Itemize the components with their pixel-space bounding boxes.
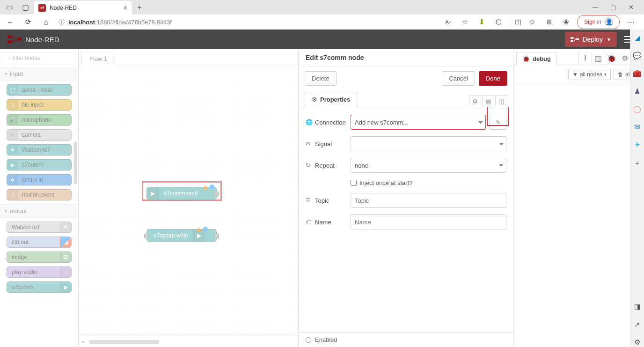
home-button[interactable]: ⌂: [39, 15, 52, 29]
palette-node-alexa[interactable]: ◯alexa - local: [7, 84, 72, 96]
sidebar-settings-icon[interactable]: ⚙: [633, 338, 642, 347]
palette-node-image-out[interactable]: image🖼: [7, 251, 72, 263]
window-close-icon[interactable]: ✕: [626, 4, 636, 11]
inject-once-checkbox-label[interactable]: Inject once at start?: [351, 179, 412, 186]
sidebar-share-icon[interactable]: ↗: [633, 320, 642, 329]
flow-node-s7comm-read[interactable]: ▶ s7comm:read: [146, 187, 217, 200]
signal-label: ✉Signal: [306, 140, 351, 148]
connection-select[interactable]: Add new s7comm...: [351, 115, 486, 130]
palette-node-play-audio[interactable]: play audio♪: [7, 266, 72, 278]
tools-icon[interactable]: 🧰: [633, 69, 642, 78]
topic-input[interactable]: [351, 193, 506, 208]
delete-button[interactable]: Delete: [305, 71, 337, 86]
nodered-favicon: ⇄: [38, 4, 46, 12]
info-icon: ⓘ: [57, 18, 66, 26]
close-icon[interactable]: ×: [124, 4, 127, 12]
palette-node-ibmiot-in[interactable]: ✲ibmiot in: [7, 174, 72, 185]
url-input[interactable]: ⓘ localhost:1880/#flow/476b5e78.8443f: [57, 18, 438, 26]
favorite-icon[interactable]: ☆: [459, 16, 470, 28]
repeat-label: ↻Repeat: [306, 162, 351, 169]
palette-node-watson-iot[interactable]: ✲Watson IoT: [7, 144, 72, 155]
palette-category-output[interactable]: ▾ output: [0, 204, 78, 218]
enabled-label: Enabled: [315, 336, 337, 343]
back-button[interactable]: ←: [4, 15, 17, 29]
split-screen-icon[interactable]: ◫: [510, 16, 521, 28]
properties-label: Properties: [320, 96, 350, 103]
flow-tab[interactable]: Flow 1: [81, 52, 115, 65]
status-dot-icon: [210, 185, 214, 189]
name-input[interactable]: [351, 214, 506, 229]
extensions-icon[interactable]: ⬡: [493, 16, 504, 28]
repeat-select[interactable]: none: [351, 158, 506, 173]
flow-node-s7comm-write[interactable]: s7comm:write ▶: [146, 229, 217, 242]
help-tab-icon[interactable]: ▥: [592, 52, 605, 65]
games-icon[interactable]: ♟: [633, 87, 642, 96]
sidebar-collapse-icon[interactable]: ◨: [633, 302, 642, 311]
node-output-port[interactable]: [214, 234, 219, 238]
url-path: :1880/#flow/476b5e78.8443f: [95, 19, 172, 26]
send-icon[interactable]: ✈: [633, 140, 642, 149]
address-bar: ← ⟳ ⌂ ⓘ localhost:1880/#flow/476b5e78.84…: [0, 15, 644, 30]
warning-icon: [203, 185, 208, 189]
list-icon: ☰: [306, 197, 312, 204]
filter-all-nodes-button[interactable]: ▼ all nodes ▾: [568, 69, 611, 80]
outlook-icon[interactable]: ✉: [633, 122, 642, 132]
config-tab-icon[interactable]: ⚙: [618, 52, 631, 65]
palette-node-file-inject[interactable]: ▯file inject: [7, 99, 72, 111]
sign-in-label: Sign in: [584, 19, 601, 25]
bing-icon[interactable]: ◢: [633, 33, 642, 43]
browser-essentials-icon[interactable]: ❀: [560, 16, 571, 28]
tab-overview-icon[interactable]: ▢: [18, 1, 33, 14]
topic-label: ☰Topic: [306, 197, 351, 204]
palette-node-s7comm-out[interactable]: s7comm▶: [7, 281, 72, 293]
enabled-toggle[interactable]: [306, 337, 311, 343]
cancel-button[interactable]: Cancel: [442, 71, 475, 86]
properties-tab[interactable]: ⚙ Properties: [305, 92, 357, 107]
inject-once-checkbox[interactable]: [351, 180, 357, 186]
done-button[interactable]: Done: [479, 71, 507, 86]
palette-node-camera[interactable]: 0camera: [7, 129, 72, 140]
palette-node-microphone[interactable]: 🎤microphone: [7, 114, 72, 126]
tab-actions-icon[interactable]: ▭: [2, 1, 17, 14]
refresh-button[interactable]: ⟳: [22, 15, 35, 29]
minimize-icon[interactable]: —: [591, 4, 600, 11]
idm-icon[interactable]: ⬇: [476, 16, 487, 28]
chat-icon[interactable]: 💬: [633, 51, 642, 60]
settings-icon[interactable]: ⚙: [469, 95, 481, 107]
globe-icon: 🌐: [306, 119, 312, 126]
signal-select[interactable]: [351, 136, 506, 151]
chevron-down-icon: ▾: [5, 208, 7, 214]
more-icon[interactable]: ⋯: [625, 16, 637, 28]
new-tab-button[interactable]: +: [133, 1, 146, 14]
filter-placeholder: filter nodes: [13, 55, 40, 61]
deploy-button[interactable]: Deploy ▼: [565, 32, 617, 47]
filter-icon: ▼: [572, 71, 578, 78]
add-icon[interactable]: +: [633, 158, 642, 167]
palette-node-motion-event[interactable]: ▯motion event: [7, 189, 72, 200]
palette-filter-input[interactable]: ♀ filter nodes: [3, 52, 75, 64]
read-aloud-icon[interactable]: A»: [442, 16, 454, 28]
palette-node-watson-iot-out[interactable]: Watson IoT✲: [7, 221, 72, 233]
node-output-port[interactable]: [214, 192, 219, 196]
palette-panel: ♀ filter nodes ▾ input ◯alexa - local ▯f…: [0, 49, 79, 347]
debug-panel: 🐞 debug i ▥ 🐞 ⚙ ▼ ▼ all nodes ▾ 🗑 all ▾: [513, 49, 644, 347]
debug-tab-icon[interactable]: 🐞: [605, 52, 618, 65]
appearance-icon[interactable]: ◫: [495, 95, 507, 107]
tab-title: Node-RED: [50, 5, 77, 11]
palette-scrollbar[interactable]: [74, 142, 77, 184]
palette-node-ifttt-out[interactable]: ifttt out◢: [7, 236, 72, 248]
browser-tab[interactable]: ⇄ Node-RED ×: [34, 1, 132, 15]
arrow-icon: ▶: [147, 187, 159, 199]
sign-in-button[interactable]: Sign in 👤: [577, 15, 620, 29]
favorites-bar-icon[interactable]: ✩: [527, 16, 538, 28]
description-icon[interactable]: ▤: [482, 95, 494, 107]
palette-category-input[interactable]: ▾ input: [0, 67, 78, 81]
microsoft365-icon[interactable]: ◯: [633, 104, 642, 114]
maximize-icon[interactable]: ▢: [608, 4, 618, 11]
collections-icon[interactable]: ⊕: [543, 16, 555, 28]
debug-tab[interactable]: 🐞 debug: [516, 52, 557, 65]
nav-left-icon[interactable]: ◂: [81, 339, 84, 345]
palette-node-s7comm-in[interactable]: ▶s7comm: [7, 159, 72, 170]
info-tab-icon[interactable]: i: [578, 52, 592, 65]
node-input-port[interactable]: [144, 234, 149, 238]
